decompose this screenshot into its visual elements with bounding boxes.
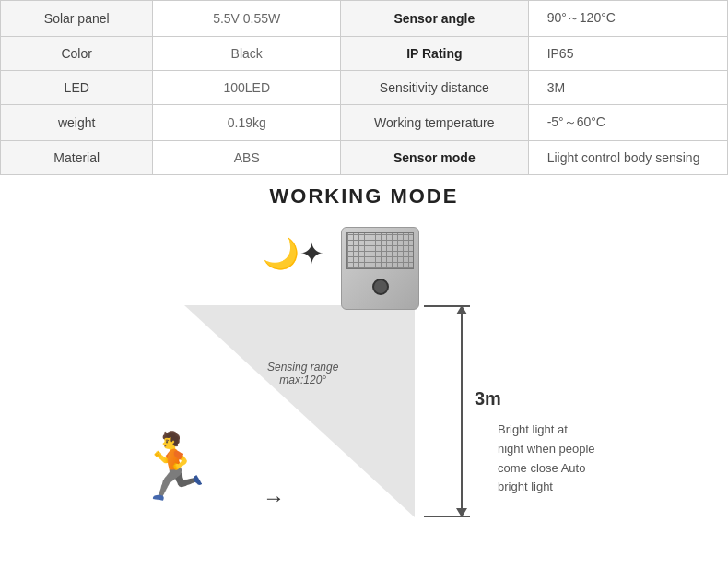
diagram-container: 🌙✦ 3m Sensing range max:120° 🏃 → Bright …	[0, 218, 728, 559]
moon-icon: 🌙✦	[263, 236, 324, 271]
working-mode-section: WORKING MODE 🌙✦ 3m Sensing range max:120…	[0, 175, 728, 559]
bright-light-description: Bright light at night when people come c…	[498, 421, 595, 497]
person-silhouette: 🏃	[134, 434, 214, 499]
h-line-bottom	[424, 516, 470, 517]
working-mode-title: WORKING MODE	[0, 184, 728, 208]
table-right-label: IP Rating	[341, 37, 529, 71]
device-grid	[346, 232, 414, 269]
table-left-value: 5.5V 0.55W	[153, 1, 341, 37]
measurement-label: 3m	[475, 388, 501, 409]
table-right-value: Liight control body sensing	[528, 141, 727, 175]
table-right-label: Sensor angle	[341, 1, 529, 37]
table-right-value: 3M	[528, 71, 727, 105]
sensing-range-label: Sensing range max:120°	[267, 361, 338, 386]
vertical-measurement-line	[461, 305, 463, 517]
table-left-label: weight	[1, 105, 153, 141]
table-left-label: LED	[1, 71, 153, 105]
table-right-value: -5°～60°C	[528, 105, 727, 141]
device-body	[341, 227, 419, 310]
table-right-value: 90°～120°C	[528, 1, 727, 37]
solar-light-device	[341, 227, 424, 314]
table-left-label: Material	[1, 141, 153, 175]
specs-table: Solar panel 5.5V 0.55W Sensor angle 90°～…	[0, 0, 728, 175]
table-left-value: ABS	[153, 141, 341, 175]
table-right-label: Working temperature	[341, 105, 529, 141]
table-right-label: Sensitivity distance	[341, 71, 529, 105]
sensing-cone	[184, 305, 415, 517]
table-left-value: 0.19kg	[153, 105, 341, 141]
table-left-label: Color	[1, 37, 153, 71]
table-right-label: Sensor mode	[341, 141, 529, 175]
arrow-icon: →	[263, 485, 285, 511]
table-left-value: Black	[153, 37, 341, 71]
device-sensor	[372, 279, 389, 295]
table-left-label: Solar panel	[1, 1, 153, 37]
table-right-value: IP65	[528, 37, 727, 71]
table-left-value: 100LED	[153, 71, 341, 105]
